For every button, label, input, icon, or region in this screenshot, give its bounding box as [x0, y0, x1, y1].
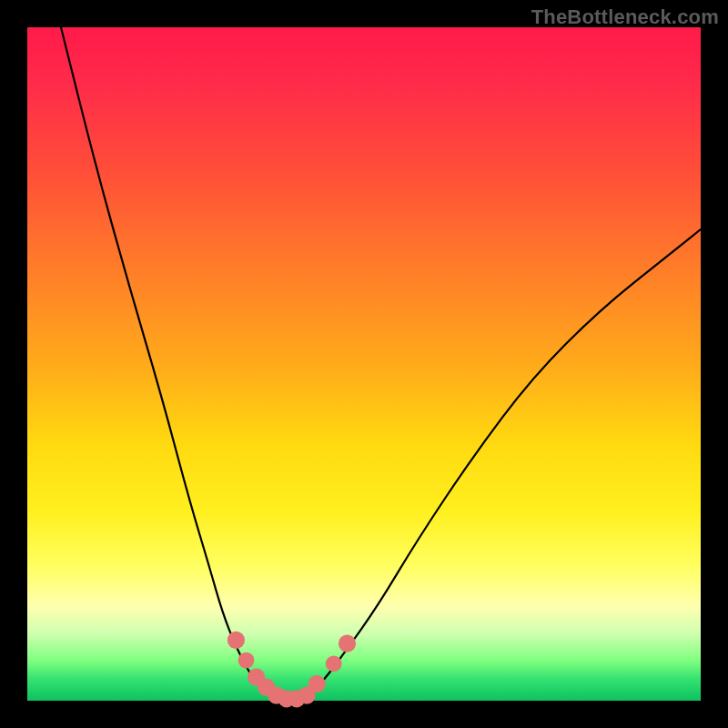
marker-right-low — [308, 675, 326, 693]
data-markers — [228, 632, 356, 708]
marker-right-high — [339, 635, 356, 652]
watermark-text: TheBottleneck.com — [531, 5, 719, 29]
marker-left-high — [228, 632, 245, 649]
chart-svg — [27, 27, 701, 701]
marker-left-mid — [238, 652, 255, 669]
marker-right-mid — [326, 655, 342, 672]
bottleneck-curve — [61, 27, 701, 701]
chart-background — [27, 27, 701, 701]
